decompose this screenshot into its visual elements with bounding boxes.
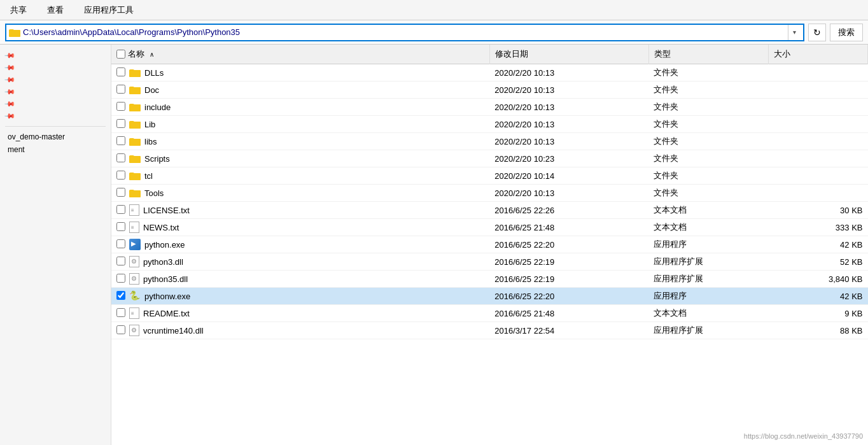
name-sort-arrow: ∧ bbox=[150, 51, 154, 58]
table-row[interactable]: Scripts 2020/2/20 10:23 文件夹 bbox=[111, 150, 868, 167]
sidebar-pin-6: 📌 bbox=[0, 110, 111, 122]
file-size bbox=[768, 150, 867, 167]
row-checkbox-cell[interactable] bbox=[116, 325, 125, 336]
table-row[interactable]: tcl 2020/2/20 10:14 文件夹 bbox=[111, 167, 868, 185]
row-checkbox[interactable] bbox=[116, 308, 125, 317]
file-size bbox=[768, 185, 867, 202]
table-row[interactable]: python.exe 2016/6/25 22:20 应用程序 42 KB bbox=[111, 236, 868, 253]
row-checkbox[interactable] bbox=[116, 171, 125, 180]
folder-icon bbox=[129, 68, 141, 77]
menu-bar: 共享 查看 应用程序工具 bbox=[0, 0, 868, 20]
file-size bbox=[768, 64, 867, 81]
row-checkbox-cell[interactable] bbox=[116, 239, 125, 250]
address-dropdown-button[interactable]: ▾ bbox=[788, 25, 801, 40]
table-row[interactable]: vcruntime140.dll 2016/3/17 22:54 应用程序扩展 … bbox=[111, 322, 868, 339]
row-checkbox-cell[interactable] bbox=[116, 67, 125, 78]
select-all-checkbox[interactable] bbox=[116, 50, 125, 59]
menu-view[interactable]: 查看 bbox=[42, 3, 69, 17]
table-row[interactable]: python35.dll 2016/6/25 22:19 应用程序扩展 3,84… bbox=[111, 271, 868, 288]
file-size: 9 KB bbox=[768, 305, 867, 322]
row-checkbox[interactable] bbox=[116, 153, 125, 162]
file-date: 2020/2/20 10:13 bbox=[489, 116, 648, 133]
txt-icon bbox=[129, 222, 139, 233]
sidebar-nav-ov-demo-master[interactable]: ov_demo-master bbox=[0, 131, 111, 143]
dll-icon bbox=[129, 325, 139, 336]
pin-icon-6: 📌 bbox=[3, 110, 15, 122]
file-size bbox=[768, 99, 867, 116]
refresh-button[interactable]: ↻ bbox=[808, 24, 826, 41]
row-checkbox-cell[interactable] bbox=[116, 222, 125, 233]
row-checkbox-cell[interactable] bbox=[116, 205, 125, 216]
row-checkbox-cell[interactable] bbox=[116, 136, 125, 147]
row-checkbox-cell[interactable] bbox=[116, 308, 125, 319]
row-checkbox-cell[interactable] bbox=[116, 171, 125, 181]
file-name: include bbox=[144, 102, 171, 112]
folder-icon bbox=[129, 137, 141, 146]
file-type: 应用程序 bbox=[648, 288, 768, 305]
file-type: 应用程序扩展 bbox=[648, 271, 768, 288]
row-checkbox[interactable] bbox=[116, 102, 125, 111]
row-checkbox[interactable] bbox=[116, 325, 125, 334]
sidebar-nav-ment[interactable]: ment bbox=[0, 143, 111, 156]
row-checkbox[interactable] bbox=[116, 239, 125, 248]
file-name: libs bbox=[144, 137, 157, 146]
sidebar-divider bbox=[5, 126, 106, 127]
row-checkbox[interactable] bbox=[116, 205, 125, 214]
row-checkbox-cell[interactable] bbox=[116, 102, 125, 113]
address-input[interactable] bbox=[23, 27, 785, 37]
table-row[interactable]: python3.dll 2016/6/25 22:19 应用程序扩展 52 KB bbox=[111, 253, 868, 271]
col-type-header[interactable]: 类型 bbox=[648, 45, 768, 64]
col-name-header[interactable]: 名称 ∧ bbox=[111, 45, 489, 64]
table-row[interactable]: libs 2020/2/20 10:13 文件夹 bbox=[111, 133, 868, 150]
file-date: 2016/6/25 22:20 bbox=[489, 236, 648, 253]
menu-share[interactable]: 共享 bbox=[5, 3, 32, 17]
file-date: 2016/3/17 22:54 bbox=[489, 322, 648, 339]
file-date: 2020/2/20 10:13 bbox=[489, 64, 648, 81]
file-table: 名称 ∧ 修改日期 类型 大小 bbox=[111, 45, 868, 339]
table-row[interactable]: NEWS.txt 2016/6/25 21:48 文本文档 333 KB bbox=[111, 219, 868, 236]
row-checkbox-cell[interactable] bbox=[116, 153, 125, 164]
file-name: NEWS.txt bbox=[143, 223, 179, 232]
txt-icon bbox=[129, 307, 139, 319]
row-checkbox-cell[interactable] bbox=[116, 274, 125, 285]
col-size-header[interactable]: 大小 bbox=[768, 45, 867, 64]
txt-icon bbox=[129, 204, 139, 216]
row-checkbox-cell[interactable] bbox=[116, 291, 125, 302]
search-button[interactable]: 搜索 bbox=[830, 24, 863, 41]
table-row[interactable]: Lib 2020/2/20 10:13 文件夹 bbox=[111, 116, 868, 133]
row-checkbox-cell[interactable] bbox=[116, 119, 125, 130]
row-checkbox[interactable] bbox=[116, 136, 125, 145]
file-type: 应用程序 bbox=[648, 236, 768, 253]
row-checkbox[interactable] bbox=[116, 188, 125, 197]
folder-icon bbox=[129, 85, 141, 94]
row-checkbox[interactable] bbox=[116, 257, 125, 265]
col-date-header[interactable]: 修改日期 bbox=[489, 45, 648, 64]
sidebar: 📌 📌 📌 📌 📌 📌 ov_demo-master ment bbox=[0, 45, 111, 445]
sidebar-pin-1: 📌 bbox=[0, 50, 111, 62]
table-row[interactable]: Tools 2020/2/20 10:13 文件夹 bbox=[111, 185, 868, 202]
row-checkbox[interactable] bbox=[116, 274, 125, 283]
row-checkbox[interactable] bbox=[116, 67, 125, 76]
table-row[interactable]: Doc 2020/2/20 10:13 文件夹 bbox=[111, 81, 868, 99]
address-bar-wrapper: ▾ bbox=[5, 24, 804, 41]
table-row[interactable]: include 2020/2/20 10:13 文件夹 bbox=[111, 99, 868, 116]
file-type: 应用程序扩展 bbox=[648, 253, 768, 271]
file-name: LICENSE.txt bbox=[143, 206, 190, 215]
row-checkbox[interactable] bbox=[116, 119, 125, 128]
address-bar-row: ▾ ↻ 搜索 bbox=[0, 20, 868, 45]
menu-app-tools[interactable]: 应用程序工具 bbox=[79, 3, 139, 17]
sidebar-pin-3: 📌 bbox=[0, 74, 111, 86]
row-checkbox[interactable] bbox=[116, 222, 125, 231]
file-size: 42 KB bbox=[768, 288, 867, 305]
folder-icon bbox=[129, 171, 141, 180]
table-row[interactable]: LICENSE.txt 2016/6/25 22:26 文本文档 30 KB bbox=[111, 202, 868, 219]
row-checkbox[interactable] bbox=[116, 291, 125, 300]
file-date: 2016/6/25 22:19 bbox=[489, 253, 648, 271]
table-row[interactable]: DLLs 2020/2/20 10:13 文件夹 bbox=[111, 64, 868, 81]
row-checkbox-cell[interactable] bbox=[116, 85, 125, 95]
row-checkbox-cell[interactable] bbox=[116, 188, 125, 199]
table-row[interactable]: 🐍 pythonw.exe 2016/6/25 22:20 应用程序 42 KB bbox=[111, 288, 868, 305]
row-checkbox-cell[interactable] bbox=[116, 257, 125, 267]
row-checkbox[interactable] bbox=[116, 85, 125, 94]
table-row[interactable]: README.txt 2016/6/25 21:48 文本文档 9 KB bbox=[111, 305, 868, 322]
